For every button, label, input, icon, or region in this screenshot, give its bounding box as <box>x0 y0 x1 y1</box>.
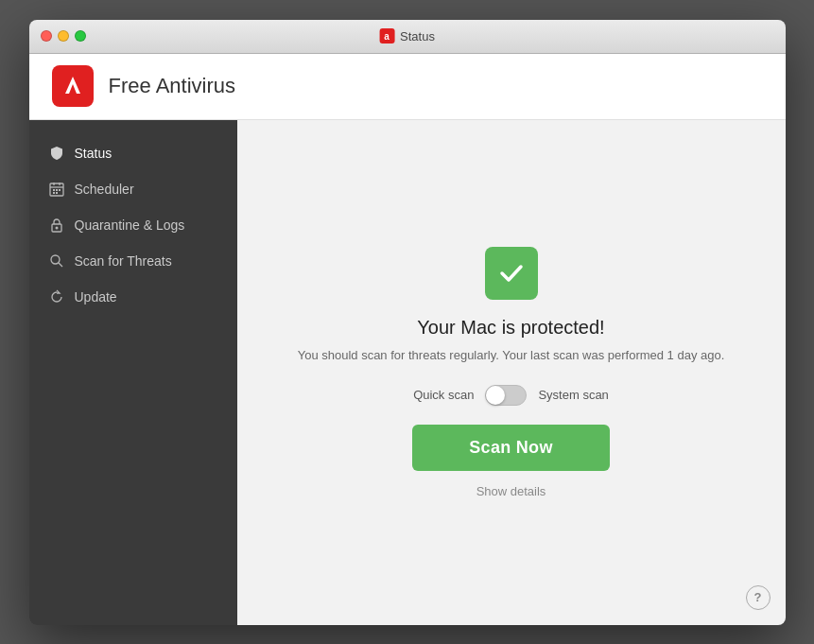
help-button[interactable]: ? <box>746 585 771 610</box>
app-logo <box>52 65 94 107</box>
sidebar: Status <box>29 120 237 625</box>
sidebar-label-scan: Scan for Threats <box>75 253 172 269</box>
window-title-area: a Status <box>379 28 435 44</box>
svg-point-10 <box>55 226 58 229</box>
svg-rect-8 <box>56 192 58 194</box>
app-window: a Status Free Antivirus <box>29 20 786 625</box>
show-details-link[interactable]: Show details <box>476 484 546 498</box>
sidebar-label-update: Update <box>75 289 117 305</box>
quick-scan-label: Quick scan <box>413 388 474 402</box>
close-button[interactable] <box>41 30 52 42</box>
search-icon <box>48 252 65 270</box>
svg-rect-5 <box>56 189 58 191</box>
svg-rect-7 <box>53 192 55 194</box>
main-content: Your Mac is protected! You should scan f… <box>237 120 786 625</box>
status-icon-wrapper <box>485 247 538 300</box>
calendar-icon <box>48 181 65 198</box>
content-row: Status <box>29 120 786 625</box>
svg-point-11 <box>51 255 60 264</box>
sidebar-label-status: Status <box>75 146 113 161</box>
system-scan-label: System scan <box>538 388 608 402</box>
sidebar-label-scheduler: Scheduler <box>75 182 134 197</box>
minimize-button[interactable] <box>58 30 69 42</box>
app-name: Free Antivirus <box>109 74 236 98</box>
sidebar-item-quarantine[interactable]: Quarantine & Logs <box>29 207 237 243</box>
scan-toggle-row: Quick scan System scan <box>413 385 609 406</box>
sidebar-item-status[interactable]: Status <box>29 135 237 171</box>
window-title: Status <box>400 29 435 44</box>
sidebar-item-scheduler[interactable]: Scheduler <box>29 171 237 207</box>
toggle-knob <box>486 386 505 405</box>
title-logo: a <box>379 28 394 44</box>
avira-logo-svg <box>60 73 86 99</box>
maximize-button[interactable] <box>75 30 86 42</box>
sidebar-label-quarantine: Quarantine & Logs <box>75 218 185 233</box>
sidebar-item-update[interactable]: Update <box>29 279 237 315</box>
scan-type-toggle[interactable] <box>485 385 527 406</box>
svg-line-12 <box>59 263 62 267</box>
svg-rect-6 <box>59 189 61 191</box>
refresh-icon <box>48 288 65 305</box>
lock-icon <box>48 217 65 234</box>
app-inner: Free Antivirus Status <box>29 54 786 625</box>
checkmark-icon <box>496 258 527 288</box>
status-description: You should scan for threats regularly. Y… <box>298 348 725 362</box>
svg-rect-4 <box>53 189 55 191</box>
status-title: Your Mac is protected! <box>417 317 604 339</box>
sidebar-item-scan[interactable]: Scan for Threats <box>29 243 237 279</box>
titlebar: a Status <box>29 20 786 54</box>
shield-icon <box>48 145 65 162</box>
window-controls <box>41 30 86 42</box>
scan-now-button[interactable]: Scan Now <box>412 425 609 471</box>
app-header: Free Antivirus <box>29 54 786 120</box>
